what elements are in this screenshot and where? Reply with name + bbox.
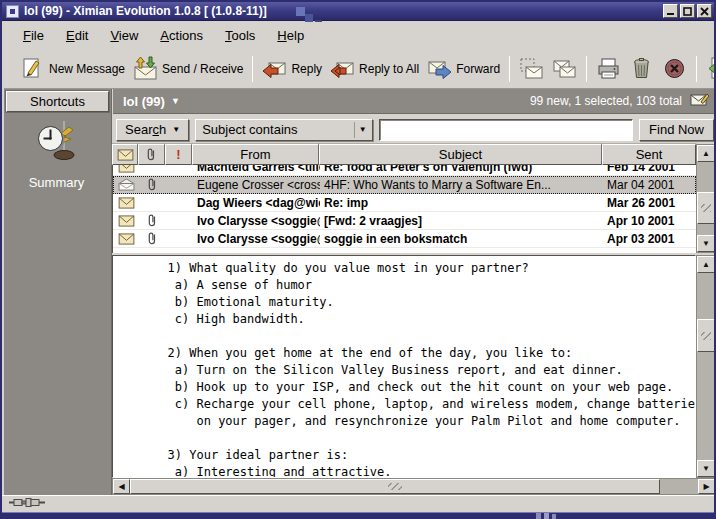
- previous-message-icon: [706, 56, 716, 81]
- sidebar-item-label: Summary: [4, 175, 109, 190]
- print-icon: [596, 56, 621, 81]
- preview-line: c) High bandwidth.: [117, 311, 695, 328]
- preview-line: b) Hook up to your ISP, and check out th…: [117, 379, 695, 396]
- message-list: Machteld Garrels <tille@... Re: food at …: [112, 165, 696, 253]
- copy-message-button[interactable]: [548, 54, 581, 83]
- preview-line: 3) Your ideal partner is:: [117, 447, 695, 464]
- scroll-down-icon[interactable]: ▼: [697, 460, 715, 477]
- sidebar-item-summary[interactable]: Summary: [4, 119, 109, 190]
- toolbar-separator: [509, 56, 510, 82]
- preview-line: 2) When you get home at the end of the d…: [117, 345, 695, 362]
- menu-file[interactable]: File: [14, 25, 53, 46]
- menu-tools[interactable]: Tools: [216, 25, 264, 46]
- preview-scrollbar[interactable]: ▲ ▼: [696, 255, 716, 478]
- unread-envelope-icon: [118, 233, 135, 245]
- menu-bar: File Edit View Actions Tools Help: [4, 22, 716, 49]
- paperclip-icon: [147, 213, 158, 228]
- move-message-button[interactable]: [515, 54, 548, 83]
- shortcuts-group-button[interactable]: Shortcuts: [6, 91, 109, 112]
- previous-message-button[interactable]: [702, 54, 716, 83]
- column-sent[interactable]: Sent: [602, 144, 696, 165]
- column-subject[interactable]: Subject: [319, 144, 602, 165]
- message-list-header: ! From Subject Sent: [112, 144, 696, 165]
- scroll-up-icon[interactable]: ▲: [697, 256, 715, 273]
- find-now-button[interactable]: Find Now: [639, 119, 714, 141]
- screen-artifact: [296, 7, 305, 16]
- menu-actions[interactable]: Actions: [151, 25, 212, 46]
- paperclip-icon: [147, 177, 158, 192]
- scrollbar-thumb[interactable]: [697, 319, 715, 352]
- move-message-icon: [519, 56, 544, 81]
- message-list-scrollbar[interactable]: ▲ ▼: [696, 144, 716, 253]
- paperclip-icon: [146, 147, 157, 162]
- reply-button[interactable]: Reply: [258, 54, 326, 83]
- reply-icon: [262, 56, 287, 81]
- preview-line: a) A sense of humor: [117, 277, 695, 294]
- message-row-selected[interactable]: Eugene Crosser <crosser... 4HF: Who Want…: [113, 176, 696, 194]
- forward-button[interactable]: Forward: [423, 54, 504, 83]
- menu-edit[interactable]: Edit: [57, 25, 97, 46]
- new-message-button[interactable]: New Message: [16, 54, 129, 83]
- reply-to-all-icon: [330, 56, 355, 81]
- important-icon: !: [176, 147, 180, 162]
- toolbar-separator: [586, 56, 587, 82]
- preview-line: c) Recharge your cell phone, laptop, and…: [117, 396, 695, 413]
- minimize-button[interactable]: [663, 4, 678, 18]
- search-menu-button[interactable]: Search ▼: [116, 119, 189, 141]
- scrollbar-thumb[interactable]: [130, 479, 660, 494]
- search-query-input[interactable]: [379, 119, 633, 141]
- evolution-window: lol (99) - Ximian Evolution 1.0.8 [ (1.0…: [0, 0, 716, 519]
- unread-envelope-icon: [118, 197, 135, 209]
- column-importance[interactable]: !: [165, 144, 192, 165]
- message-row[interactable]: Machteld Garrels <tille@... Re: food at …: [113, 165, 696, 176]
- status-bar: [2, 495, 714, 512]
- trash-button[interactable]: [625, 54, 658, 83]
- screen-artifact: [536, 513, 541, 519]
- scroll-up-icon[interactable]: ▲: [697, 145, 715, 162]
- preview-line: [117, 430, 695, 447]
- scroll-left-icon[interactable]: ◀: [113, 479, 130, 494]
- message-preview-pane: 1) What quality do you value most in you…: [112, 255, 696, 478]
- column-attachment[interactable]: [138, 144, 165, 165]
- scrollbar-thumb[interactable]: [697, 192, 715, 224]
- scroll-down-icon[interactable]: ▼: [697, 235, 715, 252]
- menu-view[interactable]: View: [101, 25, 147, 46]
- message-row[interactable]: Ivo Clarysse <soggie@s... soggie in een …: [113, 230, 696, 248]
- copy-message-icon: [552, 56, 577, 81]
- chevron-down-icon: ▼: [354, 122, 370, 138]
- reply-to-all-button[interactable]: Reply to All: [326, 54, 423, 83]
- cancel-button[interactable]: [658, 54, 691, 83]
- window-bottom-border: [2, 512, 714, 519]
- preview-line: 1) What quality do you value most in you…: [117, 260, 695, 277]
- summary-clock-icon: [33, 151, 81, 168]
- screen-artifact: [305, 14, 313, 22]
- scroll-right-icon[interactable]: ▶: [698, 479, 715, 494]
- search-criteria-select[interactable]: Subject contains ▼: [195, 119, 373, 141]
- column-from[interactable]: From: [192, 144, 319, 165]
- preview-horizontal-scrollbar[interactable]: ◀ ▶: [112, 478, 716, 495]
- column-message-status[interactable]: [112, 144, 138, 165]
- chevron-down-icon: ▼: [172, 125, 180, 134]
- window-icon: [6, 5, 19, 18]
- screen-artifact: [544, 513, 549, 519]
- menu-help[interactable]: Help: [268, 25, 313, 46]
- folder-message-counts: 99 new, 1 selected, 103 total: [530, 94, 682, 108]
- new-message-icon: [20, 56, 45, 81]
- maximize-button[interactable]: [680, 4, 695, 18]
- preview-line: a) Turn on the Silicon Valley Business r…: [117, 362, 695, 379]
- preview-line: on your pager, and resynchronize your Pa…: [117, 413, 695, 430]
- folder-title-bar: lol (99) ▼ 99 new, 1 selected, 103 total: [113, 89, 716, 114]
- envelope-icon: [117, 149, 134, 161]
- close-button[interactable]: [697, 4, 712, 18]
- chevron-down-icon: ▼: [171, 96, 180, 106]
- send-receive-button[interactable]: Send / Receive: [129, 54, 247, 83]
- offline-plug-icon[interactable]: [9, 495, 45, 513]
- folder-selector[interactable]: lol (99) ▼: [123, 94, 180, 109]
- send-receive-icon: [133, 56, 158, 81]
- trash-icon: [629, 56, 654, 81]
- compose-envelope-icon[interactable]: [690, 92, 710, 111]
- print-button[interactable]: [592, 54, 625, 83]
- toolbar: New Message Send / Receive Reply Reply t…: [4, 49, 716, 89]
- message-row[interactable]: Ivo Clarysse <soggie@s... [Fwd: 2 vraagj…: [113, 212, 696, 230]
- message-row[interactable]: Dag Wieers <dag@wieer... Re: imp Mar 26 …: [113, 194, 696, 212]
